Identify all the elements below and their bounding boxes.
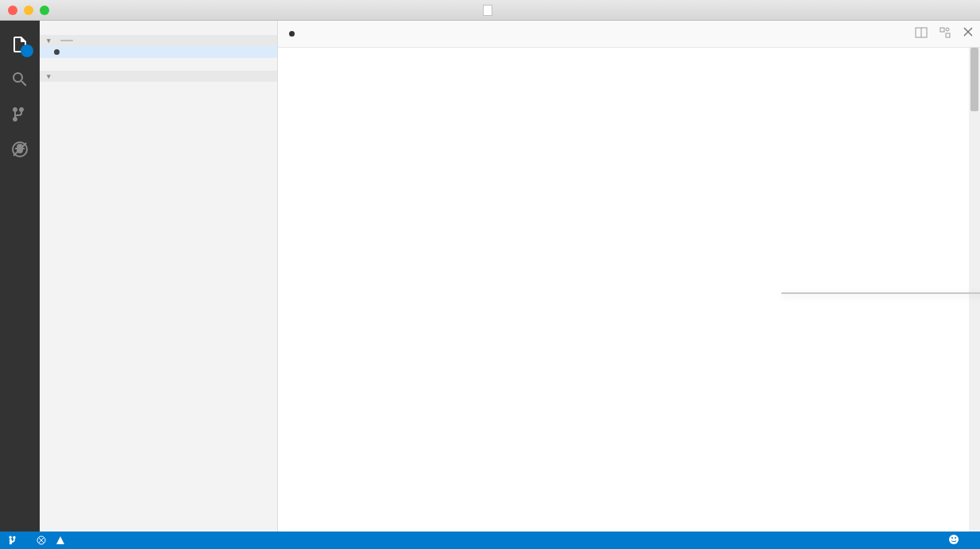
working-file-row[interactable] — [40, 46, 277, 58]
status-branch[interactable] — [8, 535, 24, 546]
window-title — [483, 5, 497, 16]
activity-search[interactable] — [0, 62, 40, 97]
svg-point-13 — [951, 537, 953, 539]
explorer-badge — [21, 44, 33, 57]
activity-bar — [0, 21, 40, 532]
sidebar-title — [40, 21, 277, 35]
scrollbar-thumb[interactable] — [970, 48, 978, 111]
activity-debug[interactable] — [0, 132, 40, 167]
search-icon — [10, 70, 29, 89]
status-problems[interactable] — [37, 535, 70, 545]
working-files-header[interactable]: ▾ — [40, 35, 277, 46]
working-file-row[interactable] — [40, 64, 277, 71]
maximize-window-button[interactable] — [40, 6, 49, 15]
svg-point-12 — [949, 535, 959, 544]
unsaved-badge — [60, 40, 73, 41]
status-right — [877, 534, 959, 547]
minimize-window-button[interactable] — [24, 6, 33, 15]
status-bar — [0, 532, 980, 549]
activity-explorer[interactable] — [0, 27, 40, 62]
breakpoint-gutter[interactable] — [278, 48, 292, 532]
activity-source-control[interactable] — [0, 97, 40, 132]
line-number-gutter[interactable] — [292, 48, 324, 532]
close-tab-icon[interactable] — [963, 26, 974, 41]
chevron-down-icon: ▾ — [44, 37, 52, 44]
working-file-row[interactable] — [40, 58, 277, 64]
split-editor-icon[interactable] — [915, 26, 928, 41]
dirty-dot-icon — [289, 31, 295, 37]
code-content[interactable] — [324, 48, 980, 532]
git-branch-icon — [8, 535, 19, 546]
more-actions-icon[interactable] — [939, 26, 951, 41]
editor — [278, 21, 980, 532]
close-window-button[interactable] — [8, 6, 17, 15]
dirty-dot-icon — [54, 49, 60, 55]
file-icon — [483, 5, 492, 16]
scrollbar-track[interactable] — [969, 48, 980, 532]
svg-rect-4 — [940, 28, 944, 32]
error-icon — [37, 535, 46, 545]
svg-rect-5 — [946, 33, 950, 37]
code-area[interactable] — [278, 48, 980, 532]
project-header[interactable]: ▾ — [40, 71, 277, 82]
git-branch-icon — [10, 105, 29, 124]
warning-icon — [56, 535, 65, 545]
bug-icon — [10, 140, 29, 159]
svg-point-14 — [955, 537, 956, 539]
chevron-down-icon: ▾ — [44, 72, 52, 80]
svg-point-6 — [946, 28, 949, 31]
editor-tab[interactable] — [284, 31, 314, 37]
tab-actions — [915, 26, 974, 41]
tab-bar — [278, 21, 980, 48]
suggest-widget[interactable] — [781, 292, 980, 294]
explorer-sidebar: ▾ ▾ — [40, 21, 278, 532]
feedback-icon[interactable] — [948, 534, 959, 547]
titlebar — [0, 0, 980, 21]
window-controls — [8, 6, 49, 15]
